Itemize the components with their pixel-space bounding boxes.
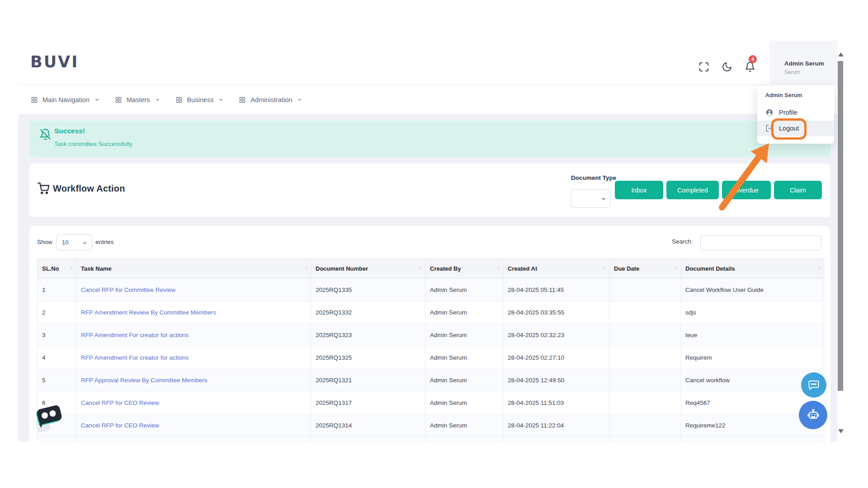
page-title: Workflow Action [53,183,125,194]
nav-menu: Main Navigation Masters Business Adminis… [18,85,844,115]
alert-title: Success! [54,127,85,135]
success-alert: Success! Task committee Successfully. [29,121,830,157]
task-link[interactable]: RFP Amendment Review By Committee Member… [81,309,216,316]
sort-icon: ↑↓ [304,266,307,271]
table-header-row: SL.No↑↓Task Name↑↓Document Number↑↓Creat… [38,259,824,279]
sort-icon: ↑↓ [70,266,72,271]
apps-grid-icon [239,96,246,103]
task-link[interactable]: RFP Amendment For creator for actions [81,354,189,361]
column-header[interactable]: Created By↑↓ [425,259,503,279]
dark-mode-icon[interactable] [722,61,732,72]
scroll-thumb[interactable] [838,61,843,391]
nav-item-label: Masters [127,96,150,103]
scroll-up-arrow[interactable] [838,52,844,56]
nav-item-3[interactable]: Administration [239,96,302,103]
fullscreen-icon[interactable] [698,61,709,72]
table-row: 6Cancel RFP for CEO Review2025RQ1317Admi… [38,392,824,414]
apps-grid-icon [175,96,183,103]
user-name: Admin Serum [784,60,837,67]
wf-button-overdue[interactable]: Overdue [722,181,771,199]
document-type-select[interactable] [571,189,611,208]
menu-item-profile[interactable]: Profile [757,105,834,120]
alert-message: Task committee Successfully. [54,141,133,147]
task-table-card: Show 10 entries Search: SL.No↑↓Task Name… [29,226,830,441]
document-type-label: Document Type [571,174,616,181]
column-label: Task Name [81,265,112,272]
entries-label: entries [95,239,114,245]
menu-item-label: Profile [779,109,797,116]
column-header[interactable]: Created At↑↓ [503,259,609,279]
page-size-value: 10 [62,239,68,246]
show-label: Show [37,239,52,245]
sort-icon: ↑↓ [674,266,677,271]
bell-off-icon [39,128,52,142]
menu-item-logout[interactable]: Logout [757,121,834,136]
table-row: 3RFP Amendment For creator for actions20… [38,324,824,347]
chevron-down-icon [155,97,160,103]
sort-icon: ↑↓ [419,266,421,271]
table-row: 4RFP Amendment For creator for actions20… [38,347,824,369]
user-menu-trigger[interactable]: Admin Serum Serum [769,41,837,85]
nav-item-label: Administration [250,96,292,103]
wf-button-claim[interactable]: Claim [774,181,822,199]
table-row-partial [38,437,824,442]
chevron-down-icon [82,240,88,246]
chevron-down-icon [600,196,607,202]
main-content: Success! Task committee Successfully. Wo… [18,115,837,441]
notification-bell-icon[interactable]: 4 [745,61,755,72]
robot-icon [806,408,821,422]
scrollbar [837,41,844,435]
column-header[interactable]: Task Name↑↓ [76,259,311,279]
chevron-down-icon [94,97,100,103]
workflow-action-card: Workflow Action Document Type InboxCompl… [29,164,830,217]
task-link[interactable]: RFP Approval Review By Committee Members [81,377,208,384]
column-header[interactable]: SL.No↑↓ [38,259,76,279]
table-row: 7Cancel RFP for CEO Review2025RQ1314Admi… [38,414,824,437]
column-label: Created By [430,265,461,272]
task-link[interactable]: Cancel RFP for CEO Review [81,422,159,429]
column-label: Created At [508,265,537,272]
search-label: Search: [672,238,693,245]
task-link[interactable]: Cancel RFP for CEO Review [81,399,159,406]
user-dropdown-menu: Admin Serum Profile Logout [757,86,834,144]
column-header[interactable]: Due Date↑↓ [609,259,681,279]
column-label: Document Number [316,265,368,272]
page-size-select[interactable]: 10 [56,235,92,250]
column-label: Due Date [614,265,639,272]
table-row: 5RFP Approval Review By Committee Member… [38,369,824,392]
dropdown-user-name: Admin Serum [765,92,802,99]
sort-icon: ↑↓ [496,266,499,271]
nav-item-1[interactable]: Masters [115,96,160,103]
workflow-task-table: SL.No↑↓Task Name↑↓Document Number↑↓Creat… [37,258,824,441]
apps-grid-icon [115,96,122,103]
sort-icon: ↑↓ [603,266,605,271]
nav-item-0[interactable]: Main Navigation [31,96,100,103]
nav-item-2[interactable]: Business [175,96,224,103]
cart-icon [38,183,49,196]
table-row: 1Cancel RFP for Committee Review2025RQ13… [38,279,824,301]
task-link[interactable]: RFP Amendment For creator for actions [81,332,189,338]
table-row: 2RFP Amendment Review By Committee Membe… [38,301,824,324]
menu-item-label: Logout [779,125,799,132]
chevron-down-icon [218,97,224,103]
assistant-fab-button[interactable] [799,401,827,429]
app-window: BUVI 4 Admin Serum Serum Main Navigation [18,41,844,441]
chat-fab-button[interactable] [801,372,826,398]
nav-item-label: Business [187,96,214,103]
column-header[interactable]: Document Number↑↓ [311,259,425,279]
user-role: Serum [784,69,837,75]
scroll-down-arrow[interactable] [838,429,844,433]
buvi-logo: BUVI [30,53,79,71]
app-header: BUVI 4 Admin Serum Serum [18,41,844,85]
sort-icon: ↑↓ [817,266,820,271]
wf-button-completed[interactable]: Completed [666,181,719,199]
search-input[interactable] [700,235,821,250]
column-label: Document Details [685,265,735,272]
logout-icon [765,124,774,132]
wf-button-inbox[interactable]: Inbox [615,181,663,199]
apps-grid-icon [31,96,38,103]
column-label: SL.No [42,265,59,272]
task-link[interactable]: Cancel RFP for Committee Review [81,286,175,293]
nav-item-label: Main Navigation [42,96,90,103]
column-header[interactable]: Document Details↑↓ [681,259,824,279]
